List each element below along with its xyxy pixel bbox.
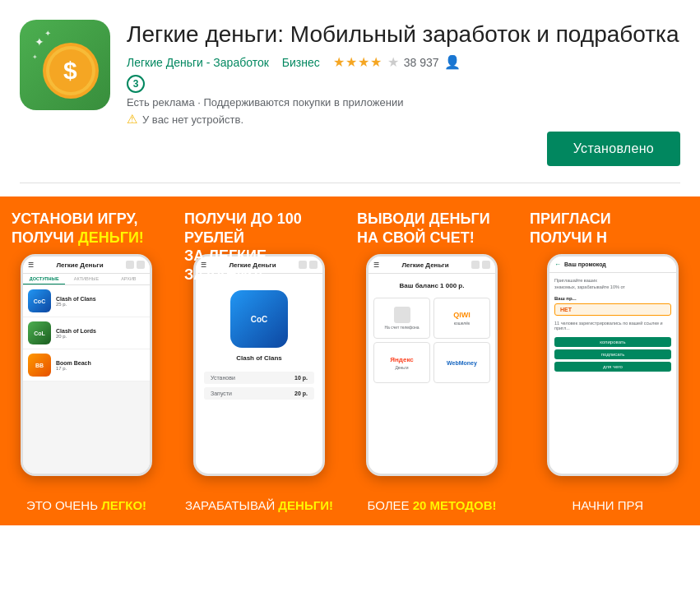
clash-text-1: Clash of Clans 25 р. [56, 296, 145, 307]
single-app-actions: Установи 10 р. Запусти 20 р. [196, 372, 322, 400]
card-2-bottom-text: ЗАРАБАТЫВАЙ ДЕНЬГИ! [173, 498, 345, 512]
back-arrow-icon: ← [554, 261, 561, 268]
phone-topbar-1: ☰ Легкие Деньги [23, 257, 150, 274]
list-item-3: BB Boom Beach 17 р. [23, 349, 150, 381]
phone-title-3: Легкие Деньги [401, 261, 448, 269]
payment-webmoney: WebMoney [433, 342, 490, 383]
card-4-bottom-text: НАЧНИ ПРЯ... [518, 498, 700, 512]
payment-qiwi: QIWI кошелёк [433, 298, 490, 339]
phone-topbar-3: ☰ Легкие Деньги [369, 257, 495, 274]
phone-mockup-1: ☰ Легкие Деньги ДОСТУПНЫЕ АКТИВНЫЕ АРХИВ [21, 254, 152, 476]
svg-text:✦: ✦ [32, 53, 38, 61]
phone-payment-icon [394, 307, 410, 323]
install-button[interactable]: Установлено [547, 132, 680, 166]
card-3-top-text: ВЫВОДИ ДЕНЬГИНА СВОЙ СЧЕТ! [357, 210, 507, 247]
card-1-bottom-text: ЭТО ОЧЕНЬ ЛЕГКО! [0, 498, 173, 512]
phone-mockup-3: ☰ Легкие Деньги Ваш баланс 1 000 р. На с… [366, 254, 498, 476]
screenshot-card-1[interactable]: УСТАНОВИ ИГРУ,ПОЛУЧИ ДЕНЬГИ! ☰ Легкие Де… [0, 196, 173, 525]
single-app-icon: CoC [230, 290, 288, 348]
promo-action-info[interactable]: для чего [554, 362, 671, 372]
app-header: ✦ ✦ ✦ $ Легкие деньги: Мобильный заработ… [0, 0, 700, 140]
payment-phone: На счет телефона [373, 298, 430, 339]
list-item-1: CoC Clash of Clans 25 р. [23, 285, 150, 317]
phone-tabs-1: ДОСТУПНЫЕ АКТИВНЫЕ АРХИВ [23, 274, 150, 285]
phone-mockup-4: ← Ваш промокод Приглашайте вашихзнакомых… [547, 254, 679, 476]
person-icon: 👤 [444, 54, 461, 70]
single-app-name: Clash of Clans [196, 354, 322, 362]
app-title: Легкие деньги: Мобильный заработок и под… [127, 20, 680, 49]
stars: ★★★★ [333, 54, 382, 70]
star-half: ★ [387, 54, 399, 70]
phone-screen-3: ☰ Легкие Деньги Ваш баланс 1 000 р. На с… [369, 257, 495, 474]
card-4-top-text: ПРИГЛАСИПОЛУЧИ Н... [530, 210, 696, 247]
app-meta: Легкие Деньги - Заработок Бизнес ★★★★★ 3… [127, 54, 680, 70]
screenshot-card-4[interactable]: ПРИГЛАСИПОЛУЧИ Н... ← Ваш промокод Пригл… [518, 196, 700, 525]
badge-3: 3 [127, 75, 145, 93]
promo-action-share[interactable]: подписать [554, 349, 671, 359]
promo-back-bar: ← Ваш промокод [549, 257, 676, 273]
tab-active: АКТИВНЫЕ [65, 274, 107, 284]
list-item-2: CoL Clash of Lords 20 р. [23, 317, 150, 349]
svg-text:$: $ [63, 57, 77, 84]
warning-row: ⚠ У вас нет устройств. [127, 112, 680, 127]
screenshot-card-3[interactable]: ВЫВОДИ ДЕНЬГИНА СВОЙ СЧЕТ! ☰ Легкие День… [345, 196, 518, 525]
warning-icon: ⚠ [127, 112, 137, 127]
rating-row: ★★★★★ 38 937 👤 [333, 54, 461, 70]
svg-text:✦: ✦ [35, 35, 44, 49]
promo-count-text: 11 человек зарегистрировались по вашей с… [554, 321, 671, 331]
svg-text:✦: ✦ [44, 29, 51, 38]
badge-row: 3 [127, 75, 680, 93]
card-1-top-text: УСТАНОВИ ИГРУ,ПОЛУЧИ ДЕНЬГИ! [12, 210, 161, 247]
install-button-area: Установлено [0, 132, 700, 183]
phone-screen-2: ☰ Легкие Деньги CoC Clash of Clans Уста [196, 257, 322, 474]
phone-mockup-2: ☰ Легкие Деньги CoC Clash of Clans Уста [193, 254, 325, 476]
app-icon: ✦ ✦ ✦ $ [20, 20, 110, 110]
rating-count: 38 937 [404, 56, 439, 69]
promo-label: Ваш пр... [554, 296, 671, 301]
app-developer[interactable]: Легкие Деньги - Заработок [127, 56, 269, 69]
promo-nope: НЕТ [554, 303, 671, 316]
app-details: Есть реклама · Поддерживаются покупки в … [127, 96, 680, 109]
promo-intro-text: Приглашайте вашихзнакомых, зарабатывайте… [554, 278, 671, 290]
action-launch: Запусти 20 р. [204, 387, 314, 400]
webmoney-logo: WebMoney [447, 360, 477, 366]
tab-available: ДОСТУПНЫЕ [23, 274, 65, 284]
payment-grid: На счет телефона QIWI кошелёк Яндекс Ден… [369, 294, 495, 386]
phone-title-1: Легкие Деньги [56, 261, 103, 269]
payment-yandex: Яндекс Деньги [373, 342, 430, 383]
app-info: Легкие деньги: Мобильный заработок и под… [127, 20, 680, 127]
lords-icon: CoL [28, 321, 51, 344]
clash-icon-1: CoC [28, 289, 51, 312]
payment-balance: Ваш баланс 1 000 р. [369, 274, 495, 294]
promo-body: Приглашайте вашихзнакомых, зарабатывайте… [549, 273, 676, 474]
screenshots-container: УСТАНОВИ ИГРУ,ПОЛУЧИ ДЕНЬГИ! ☰ Легкие Де… [0, 196, 700, 525]
card-2-top-text: ПОЛУЧИ ДО 100 РУБЛЕЙЗА ЛЕГКИЕ ЗАДАНИЯ! [184, 210, 334, 284]
divider [20, 183, 680, 183]
promo-back-title: Ваш промокод [564, 261, 606, 267]
lords-text: Clash of Lords 20 р. [56, 328, 145, 339]
screenshots-section: УСТАНОВИ ИГРУ,ПОЛУЧИ ДЕНЬГИ! ☰ Легкие Де… [0, 196, 700, 525]
warning-text: У вас нет устройств. [142, 113, 243, 126]
screenshot-card-2[interactable]: ПОЛУЧИ ДО 100 РУБЛЕЙЗА ЛЕГКИЕ ЗАДАНИЯ! ☰… [173, 196, 345, 525]
promo-action-copy[interactable]: копировать [554, 337, 671, 347]
phone-screen-1: ☰ Легкие Деньги ДОСТУПНЫЕ АКТИВНЫЕ АРХИВ [23, 257, 150, 474]
tab-archive: АРХИВ [108, 274, 150, 284]
app-category[interactable]: Бизнес [282, 56, 320, 69]
card-3-bottom-text: БОЛЕЕ 20 МЕТОДОВ! [345, 498, 518, 512]
boom-icon: BB [28, 354, 51, 377]
phone-screen-4: ← Ваш промокод Приглашайте вашихзнакомых… [549, 257, 676, 474]
action-install: Установи 10 р. [204, 372, 314, 384]
qiwi-logo: QIWI [453, 311, 471, 319]
boom-text: Boom Beach 17 р. [56, 360, 145, 371]
yandex-logo: Яндекс [390, 356, 413, 363]
